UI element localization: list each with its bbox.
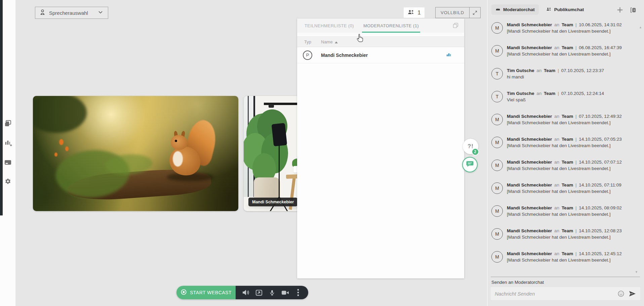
record-icon [180,289,187,296]
sort-ascending-icon [335,39,338,44]
chat-message-text: Viel spaß [507,97,604,103]
chat-message-text: hi mandi [507,74,604,80]
participant-count: 1 [417,9,420,16]
speaker-select-dropdown[interactable]: Sprecherauswahl [35,7,108,19]
avatar: M [491,45,503,57]
camera-icon[interactable] [280,287,290,298]
chat-message-input[interactable] [495,291,613,297]
avatar: M [491,251,503,263]
chat-message-meta: Tim Gutsche an Team | 07.10.2025, 12:24:… [507,90,604,97]
avatar: M [491,182,503,194]
emoji-icon[interactable] [617,290,625,297]
participant-table-header: Typ Name [297,36,464,47]
chat-message: M Mandi Schmeckebier an Team | 07.10.202… [491,113,642,132]
chat-message: T Tim Gutsche an Team | 07.10.2025, 12:2… [491,67,642,86]
lower-third-icon[interactable] [3,158,12,167]
chat-message: M Mandi Schmeckebier an Team | 14.10.202… [491,205,642,223]
avatar: M [491,137,503,148]
chevron-down-icon [97,9,104,17]
chat-message-text: [Mandi Schmeckebier hat den Livestream b… [507,234,622,240]
tab-moderatorchat[interactable]: Moderatorchat [491,4,539,15]
screen-share-icon[interactable] [254,287,264,298]
start-webcast-button[interactable]: START WEBCAST [176,286,236,299]
webcast-studio-screen: Sprecherauswahl 1 VOLLBILD [0,0,644,306]
chat-message-text: [Mandi Schmeckebier hat den Livestream b… [507,142,622,149]
chat-sidebar: Moderatorchat Publikumchat ▲ M Mandi Sch… [487,0,644,306]
video-tile-squirrel[interactable] [33,96,238,211]
participants-icon [407,9,415,16]
chat-message: M Mandi Schmeckebier an Team | 14.10.202… [491,136,642,155]
chat-message-text: [Mandi Schmeckebier hat den Livestream b… [507,165,622,172]
chat-message: M Mandi Schmeckebier an Team | 14.10.202… [491,182,642,200]
fullscreen-button[interactable]: VOLLBILD [436,7,470,18]
participant-panel: TEILNEHMERLISTE (0) MODERATORENLISTE (1)… [297,19,464,278]
more-options-icon[interactable] [293,287,303,298]
chat-fab[interactable] [462,157,478,172]
chat-message-text: [Mandi Schmeckebier hat den Livestream b… [507,51,622,57]
avatar: M [491,114,503,125]
chat-message-meta: Mandi Schmeckebier an Team | 14.10.2025,… [507,250,622,257]
poll-icon[interactable] [3,138,12,147]
studio-monitor [272,123,287,146]
chat-tabs: Moderatorchat Publikumchat [491,4,588,15]
video-name-label: Mandi Schmeckebier [248,198,297,206]
add-chat-icon[interactable] [616,6,624,14]
avatar: M [491,205,503,217]
chat-message: M Mandi Schmeckebier an Team | 14.10.202… [491,159,642,177]
fullscreen-button-group: VOLLBILD [435,7,481,18]
chat-message-text: [Mandi Schmeckebier hat den Livestream b… [507,257,622,263]
column-typ: Typ [304,39,321,44]
settings-gear-icon[interactable] [3,176,12,186]
chat-message-list: M Mandi Schmeckebier an Team | 10.06.202… [491,22,642,273]
qa-fab[interactable]: ?! 2 [463,139,478,154]
chat-message-meta: Tim Gutsche an Team | 07.10.2025, 12:23:… [507,67,604,74]
start-webcast-label: START WEBCAST [190,290,232,295]
left-edge-bar [0,0,3,215]
chat-message-meta: Mandi Schmeckebier an Team | 14.10.2025,… [507,205,622,211]
chat-message-meta: Mandi Schmeckebier an Team | 07.10.2025,… [507,113,622,120]
chat-message-meta: Mandi Schmeckebier an Team | 14.10.2025,… [507,159,622,165]
chat-message-meta: Mandi Schmeckebier an Team | 10.06.2025,… [507,22,622,28]
avatar: T [491,91,503,102]
avatar: M [491,228,503,240]
speaker-select-label: Sprecherauswahl [49,10,97,16]
send-to-label: Senden an Moderatorchat [491,280,544,285]
webcast-control-bar: START WEBCAST [176,286,308,299]
speaker-volume-icon[interactable] [241,287,251,298]
chat-message: T Tim Gutsche an Team | 07.10.2025, 12:2… [491,90,642,109]
presenter-type-icon: P [303,50,312,60]
participant-count-badge[interactable]: 1 [404,7,425,18]
scroll-down-caret[interactable]: ▼ [635,270,638,274]
chat-message-meta: Mandi Schmeckebier an Team | 14.10.2025,… [507,182,621,188]
avatar: M [491,160,503,171]
chat-composer [491,287,640,300]
tab-moderatorenliste[interactable]: MODERATORENLISTE (1) [359,19,424,33]
crown-icon [495,7,500,12]
expand-icon[interactable] [470,7,480,18]
collapse-panel-icon[interactable] [629,6,637,14]
send-icon[interactable] [629,291,636,297]
tab-teilnehmerliste[interactable]: TEILNEHMERLISTE (0) [300,19,359,33]
flower-accent [59,139,64,145]
chat-message: M Mandi Schmeckebier an Team | 14.10.202… [491,228,642,246]
chat-message: M Mandi Schmeckebier an Team | 06.08.202… [491,44,642,63]
participant-panel-tabs: TEILNEHMERLISTE (0) MODERATORENLISTE (1) [297,19,464,33]
tab-publikumchat[interactable]: Publikumchat [542,4,588,15]
moderator-row[interactable]: P Mandi Schmeckebier [297,47,464,63]
chat-message-text: [Mandi Schmeckebier hat den Livestream b… [507,211,622,217]
chat-message-meta: Mandi Schmeckebier an Team | 14.10.2025,… [507,136,622,142]
microphone-icon[interactable] [267,287,277,298]
chat-message-text: [Mandi Schmeckebier hat den Livestream b… [507,28,622,34]
duplicate-panel-icon[interactable] [452,22,459,30]
audience-icon [546,7,552,12]
qa-badge: 2 [472,148,479,156]
composer-divider [491,277,640,277]
scenes-icon[interactable] [3,119,12,128]
chat-bubble-icon [466,160,474,169]
chat-message-meta: Mandi Schmeckebier an Team | 06.08.2025,… [507,44,622,51]
chat-message: M Mandi Schmeckebier an Team | 14.10.202… [491,250,642,269]
squirrel-figure [167,122,217,183]
chat-message-text: [Mandi Schmeckebier hat den Livestream b… [507,120,622,126]
column-name-sortable[interactable]: Name [321,39,338,44]
chat-message-text: [Mandi Schmeckebier hat den Livestream b… [507,188,621,195]
